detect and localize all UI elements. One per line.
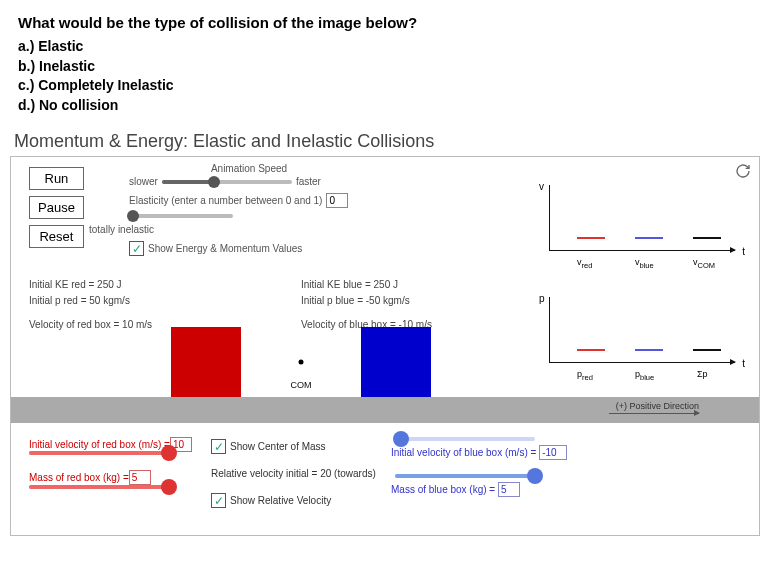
option-c: c.) Completely Inelastic: [18, 76, 752, 96]
blue-ke: Initial KE blue = 250 J: [301, 277, 432, 293]
red-mass-input[interactable]: [129, 470, 151, 485]
elasticity-label: Elasticity (enter a number between 0 and…: [129, 195, 322, 206]
question-prompt: What would be the type of collision of t…: [18, 14, 752, 31]
option-b: b.) Inelastic: [18, 57, 752, 77]
anim-speed-heading: Animation Speed: [129, 163, 369, 174]
show-rel-vel-label: Show Relative Velocity: [230, 495, 331, 506]
sim-title: Momentum & Energy: Elastic and Inelastic…: [0, 125, 770, 156]
blue-iv-slider[interactable]: [395, 437, 535, 441]
com-label: COM: [291, 380, 312, 390]
refresh-icon[interactable]: [735, 163, 751, 182]
red-mass-slider[interactable]: [29, 485, 169, 489]
momentum-graph: p t pred pblue Σp: [515, 293, 745, 379]
option-a: a.) Elastic: [18, 37, 752, 57]
blue-iv-label: Initial velocity of blue box (m/s) =: [391, 447, 536, 458]
red-v: Velocity of red box = 10 m/s: [29, 317, 152, 333]
anim-speed-slider[interactable]: [162, 180, 292, 184]
g2-ylabel: p: [539, 293, 545, 304]
blue-box[interactable]: [361, 327, 431, 397]
blue-mass-slider[interactable]: [395, 474, 535, 478]
option-d: d.) No collision: [18, 96, 752, 116]
elasticity-slider[interactable]: [133, 214, 233, 218]
blue-mass-input[interactable]: [498, 482, 520, 497]
elasticity-input[interactable]: [326, 193, 348, 208]
show-com-label: Show Center of Mass: [230, 441, 326, 452]
faster-label: faster: [296, 176, 321, 187]
show-rel-vel-checkbox[interactable]: ✓: [211, 493, 226, 508]
positive-direction-arrow-icon: [609, 413, 699, 414]
reset-button[interactable]: Reset: [29, 225, 84, 248]
blue-iv-input[interactable]: [539, 445, 567, 460]
slower-label: slower: [129, 176, 158, 187]
totally-inelastic-label: totally inelastic: [89, 224, 154, 235]
velocity-graph: v t vred vblue vCOM: [515, 181, 745, 267]
positive-direction-label: (+) Positive Direction: [616, 401, 699, 411]
red-mass-label: Mass of red box (kg) =: [29, 472, 129, 483]
run-button[interactable]: Run: [29, 167, 84, 190]
show-energy-label: Show Energy & Momentum Values: [148, 243, 302, 254]
rel-vel-initial-label: Relative velocity initial = 20 (towards): [211, 468, 376, 479]
show-energy-checkbox[interactable]: ✓: [129, 241, 144, 256]
g2-xlabel: t: [742, 358, 745, 369]
collision-stage: COM: [171, 327, 431, 397]
blue-mass-label: Mass of blue box (kg) =: [391, 484, 495, 495]
red-ke: Initial KE red = 250 J: [29, 277, 152, 293]
g1-ylabel: v: [539, 181, 544, 192]
red-box[interactable]: [171, 327, 241, 397]
blue-p: Initial p blue = -50 kgm/s: [301, 293, 432, 309]
com-dot-icon: [299, 360, 304, 365]
red-iv-label: Initial velocity of red box (m/s) =: [29, 439, 170, 450]
pause-button[interactable]: Pause: [29, 196, 84, 219]
show-com-checkbox[interactable]: ✓: [211, 439, 226, 454]
red-p: Initial p red = 50 kgm/s: [29, 293, 152, 309]
red-iv-slider[interactable]: [29, 451, 169, 455]
simulation-panel: Run Pause Reset Animation Speed slower f…: [10, 156, 760, 536]
g1-xlabel: t: [742, 246, 745, 257]
